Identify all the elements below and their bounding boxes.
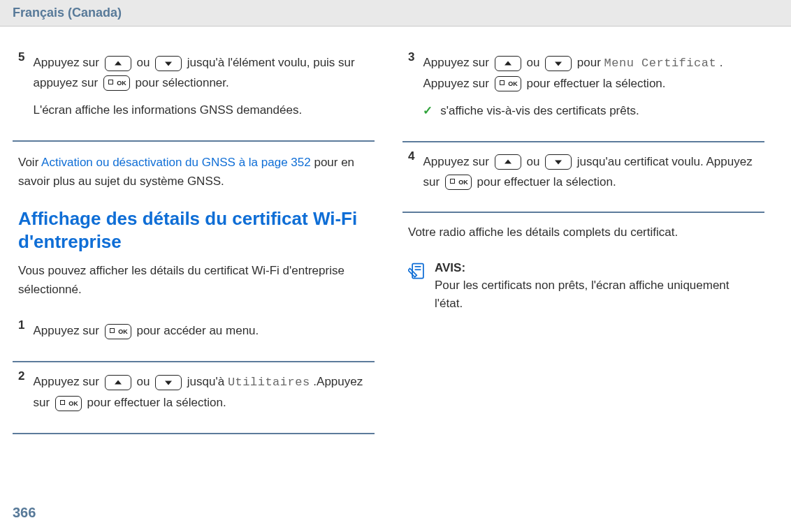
header-language: Français (Canada) bbox=[13, 6, 122, 20]
cross-reference-link[interactable]: Activation ou désactivation du GNSS à la… bbox=[41, 156, 311, 169]
up-key-icon bbox=[495, 56, 521, 71]
down-key-icon bbox=[155, 56, 182, 71]
note-label: AVIS: bbox=[435, 261, 465, 274]
cross-reference: Voir Activation ou désactivation du GNSS… bbox=[18, 153, 369, 191]
text: pour effectuer la sélection. bbox=[87, 396, 226, 409]
page-number: 366 bbox=[13, 505, 36, 521]
text: ou bbox=[136, 56, 153, 69]
note-icon bbox=[408, 261, 428, 281]
ok-key-icon bbox=[495, 76, 521, 91]
step-number: 4 bbox=[408, 149, 414, 163]
text: Appuyez sur bbox=[33, 324, 102, 337]
ok-key-icon bbox=[445, 175, 472, 190]
step-body: Appuyez sur ou jusqu'au certificat voulu… bbox=[423, 152, 759, 200]
step-body: Appuyez sur ou jusqu'à Utilitaires .Appu… bbox=[33, 372, 369, 420]
result-text: Votre radio affiche les détails complets… bbox=[408, 223, 759, 242]
step-3: 3 Appuyez sur ou pour Menu Certificat . … bbox=[402, 47, 764, 142]
check-icon: ✓ bbox=[423, 101, 433, 121]
note-text: Pour les certificats non prêts, l'écran … bbox=[435, 279, 730, 310]
step-body: Appuyez sur ou jusqu'à l'élément voulu, … bbox=[33, 53, 369, 128]
text: Appuyez sur bbox=[33, 375, 102, 388]
text: pour effectuer la sélection. bbox=[526, 77, 665, 90]
text: Voir bbox=[18, 156, 41, 169]
left-column: 5 Appuyez sur ou jusqu'à l'élément voulu… bbox=[13, 47, 389, 438]
step-number: 5 bbox=[18, 50, 24, 64]
up-key-icon bbox=[105, 375, 131, 390]
step-number: 1 bbox=[18, 318, 24, 332]
up-key-icon bbox=[495, 154, 521, 170]
text: s'affiche vis-à-vis des certificats prêt… bbox=[440, 104, 639, 117]
text: Appuyez sur bbox=[33, 56, 102, 69]
text: pour bbox=[577, 56, 604, 69]
text: ou bbox=[526, 155, 543, 168]
menu-term: Utilitaires bbox=[228, 376, 310, 389]
text: pour sélectionner. bbox=[136, 76, 229, 89]
text: Appuyez sur bbox=[423, 155, 492, 168]
step-body: Appuyez sur ou pour Menu Certificat . Ap… bbox=[423, 53, 759, 128]
text: ou bbox=[136, 375, 153, 388]
step-body: Appuyez sur pour accéder au menu. bbox=[33, 321, 369, 348]
down-key-icon bbox=[155, 375, 182, 390]
down-key-icon bbox=[545, 56, 572, 71]
step-number: 3 bbox=[408, 50, 414, 64]
ok-key-icon bbox=[103, 75, 130, 91]
notice: AVIS: Pour les certificats non prêts, l'… bbox=[408, 259, 759, 313]
note-body: AVIS: Pour les certificats non prêts, l'… bbox=[435, 259, 759, 313]
right-column: 3 Appuyez sur ou pour Menu Certificat . … bbox=[389, 47, 764, 438]
text: Appuyez sur bbox=[423, 56, 492, 69]
section-heading: Affichage des détails du certificat Wi-F… bbox=[18, 207, 369, 253]
text: jusqu'à bbox=[187, 375, 228, 388]
text: L'écran affiche les informations GNSS de… bbox=[33, 101, 369, 121]
ok-key-icon bbox=[105, 324, 131, 339]
step-4: 4 Appuyez sur ou jusqu'au certificat vou… bbox=[402, 147, 764, 214]
page-content: 5 Appuyez sur ou jusqu'à l'élément voulu… bbox=[0, 27, 791, 438]
text: pour effectuer la sélection. bbox=[477, 175, 616, 189]
down-key-icon bbox=[545, 154, 572, 170]
text: pour accéder au menu. bbox=[136, 324, 259, 337]
up-key-icon bbox=[105, 56, 131, 71]
header-bar: Français (Canada) bbox=[0, 0, 791, 27]
step-number: 2 bbox=[18, 369, 24, 383]
step-2: 2 Appuyez sur ou jusqu'à Utilitaires .Ap… bbox=[13, 367, 375, 434]
menu-term: Menu Certificat bbox=[604, 57, 717, 70]
step-5: 5 Appuyez sur ou jusqu'à l'élément voulu… bbox=[13, 47, 375, 142]
text: ou bbox=[526, 56, 543, 69]
ok-key-icon bbox=[55, 396, 82, 411]
section-intro: Vous pouvez afficher les détails du cert… bbox=[18, 261, 369, 299]
step-1: 1 Appuyez sur pour accéder au menu. bbox=[13, 316, 375, 362]
